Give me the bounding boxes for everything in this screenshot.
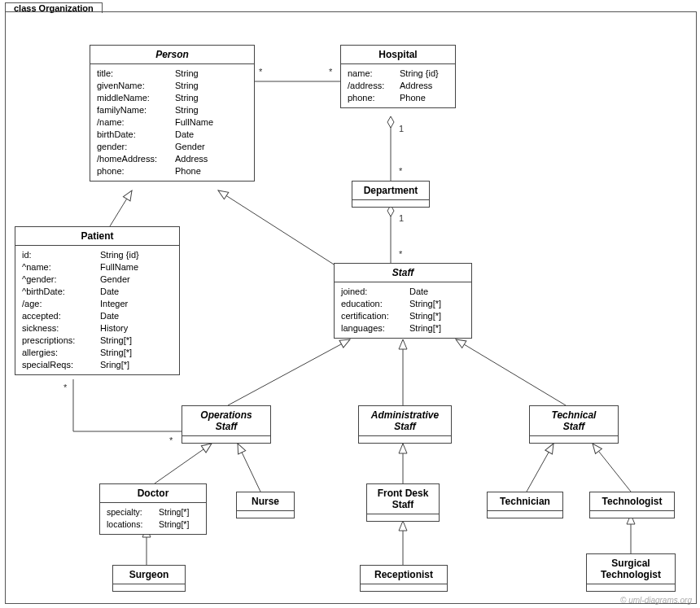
mult-dept-staff-one: 1 <box>399 213 404 223</box>
class-technician-title: Technician <box>488 492 562 510</box>
mult-dept-staff-star: * <box>399 249 402 259</box>
class-operations-staff-title: OperationsStaff <box>182 406 270 435</box>
class-person-title: Person <box>90 46 254 64</box>
class-person-attrs: title:String givenName:String middleName… <box>90 64 254 181</box>
class-hospital-attrs: name:String {id} /address:Address phone:… <box>341 64 455 107</box>
class-technical-staff: TechnicalStaff <box>529 405 619 444</box>
class-administrative-staff: AdministrativeStaff <box>358 405 452 444</box>
class-patient-title: Patient <box>15 227 179 246</box>
mult-hosp-dept-one: 1 <box>399 124 404 133</box>
class-technical-staff-title: TechnicalStaff <box>530 406 618 435</box>
class-front-desk-staff: Front DeskStaff <box>366 483 440 522</box>
svg-line-14 <box>593 444 631 492</box>
class-surgical-technologist-title: SurgicalTechnologist <box>587 554 675 584</box>
class-administrative-staff-title: AdministrativeStaff <box>359 406 451 435</box>
class-staff-attrs: joined:Date education:String[*] certific… <box>335 282 471 338</box>
class-hospital-title: Hospital <box>341 46 455 64</box>
svg-line-13 <box>527 444 553 492</box>
mult-person-hospital-right: * <box>329 67 332 77</box>
class-staff-title: Staff <box>335 264 471 282</box>
class-operations-staff: OperationsStaff <box>182 405 271 444</box>
svg-line-3 <box>110 190 132 226</box>
mult-person-hospital-left: * <box>259 67 262 77</box>
class-patient: Patient id:String {id} ^name:FullName ^g… <box>15 226 180 375</box>
class-surgeon: Surgeon <box>112 565 186 592</box>
class-person: Person title:String givenName:String mid… <box>90 45 255 182</box>
class-doctor: Doctor specialty:String[*] locations:Str… <box>99 483 207 535</box>
class-technologist-title: Technologist <box>590 492 674 510</box>
svg-line-4 <box>218 190 338 267</box>
svg-line-10 <box>155 444 212 483</box>
svg-line-9 <box>456 339 566 405</box>
svg-line-11 <box>238 444 260 492</box>
mult-hosp-dept-star: * <box>399 166 402 176</box>
class-front-desk-staff-title: Front DeskStaff <box>367 484 439 514</box>
class-doctor-title: Doctor <box>100 484 206 503</box>
class-technologist: Technologist <box>589 492 675 518</box>
class-receptionist-title: Receptionist <box>361 566 447 584</box>
mult-patient-ops-left: * <box>63 383 67 392</box>
class-surgeon-title: Surgeon <box>113 566 185 584</box>
svg-line-7 <box>228 339 350 405</box>
class-receptionist: Receptionist <box>360 565 448 592</box>
class-patient-attrs: id:String {id} ^name:FullName ^gender:Ge… <box>15 246 179 374</box>
class-doctor-attrs: specialty:String[*] locations:String[*] <box>100 503 206 534</box>
class-department-title: Department <box>352 182 429 199</box>
class-nurse: Nurse <box>236 492 295 518</box>
class-surgical-technologist: SurgicalTechnologist <box>586 553 676 592</box>
class-staff: Staff joined:Date education:String[*] ce… <box>334 263 472 339</box>
watermark: © uml-diagrams.org <box>620 596 692 605</box>
class-department: Department <box>352 181 430 208</box>
mult-patient-ops-right: * <box>169 435 173 445</box>
class-nurse-title: Nurse <box>237 492 294 510</box>
class-technician: Technician <box>487 492 563 518</box>
class-hospital: Hospital name:String {id} /address:Addre… <box>340 45 456 108</box>
